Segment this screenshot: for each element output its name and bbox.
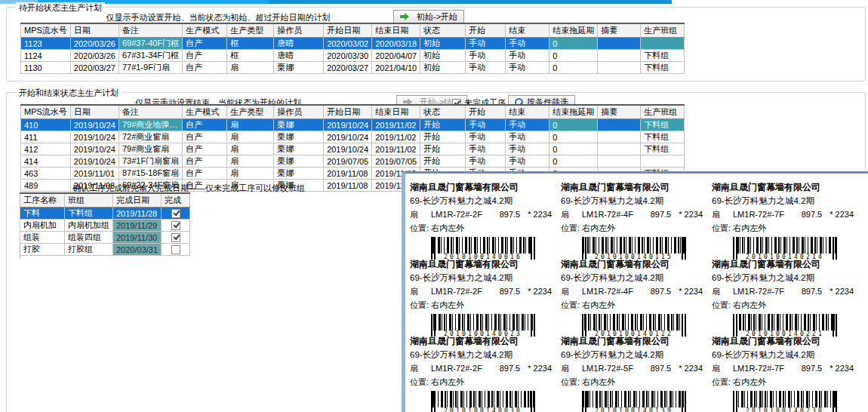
column-header[interactable]: 摘要 xyxy=(598,105,641,119)
column-header[interactable]: 操作员 xyxy=(274,105,324,119)
table-cell[interactable]: 0 xyxy=(549,131,598,143)
table-cell[interactable]: 开始 xyxy=(420,119,466,131)
table-cell[interactable]: 手动 xyxy=(466,119,506,131)
done-checkbox[interactable] xyxy=(171,209,180,218)
table-cell[interactable]: 栗娜 xyxy=(274,62,324,74)
table-cell[interactable]: 2019/10/24 xyxy=(324,131,372,143)
table-cell[interactable] xyxy=(598,38,641,50)
table-cell[interactable]: 67#31-34F门框 xyxy=(119,50,182,62)
table-cell[interactable]: 2020/03/26 xyxy=(70,38,119,50)
column-header[interactable]: 开始日期 xyxy=(324,23,372,38)
process-date-cell[interactable]: 2020/03/31 xyxy=(113,244,162,256)
process-group-cell[interactable]: 组装四组 xyxy=(65,232,113,244)
table-cell[interactable]: 2019/10/24 xyxy=(70,155,119,168)
table-cell[interactable]: 手动 xyxy=(466,50,506,62)
table-cell[interactable]: 72#商业窗扇 xyxy=(119,131,182,143)
table-cell[interactable]: 手动 xyxy=(466,38,506,50)
table-cell[interactable] xyxy=(641,155,685,168)
column-header[interactable]: 工序名称 xyxy=(20,193,65,208)
process-done-cell[interactable] xyxy=(162,232,190,244)
table-row[interactable]: 内扇机加内扇机加组2019/11/29 xyxy=(20,220,190,232)
process-done-cell[interactable] xyxy=(162,208,190,220)
table-cell[interactable]: 手动 xyxy=(506,155,549,168)
table-cell[interactable]: 下料组 xyxy=(641,62,685,74)
table-cell[interactable]: 手动 xyxy=(506,131,549,143)
column-header[interactable]: MPS流水号 xyxy=(21,23,71,38)
table-cell[interactable]: 2019/11/02 xyxy=(372,119,420,131)
table-cell[interactable]: 下料组 xyxy=(641,50,685,62)
table-cell[interactable]: 2020/03/27 xyxy=(70,62,119,74)
table-cell[interactable]: 栗娜 xyxy=(274,131,324,143)
table-cell[interactable]: 栗娜 xyxy=(274,155,324,168)
table-cell[interactable]: 扇 xyxy=(227,131,274,143)
table-cell[interactable]: 自产 xyxy=(183,50,227,62)
table-cell[interactable]: 0 xyxy=(549,155,598,168)
table-cell[interactable]: 2019/10/24 xyxy=(70,143,119,155)
process-name-cell[interactable]: 打胶 xyxy=(20,244,65,256)
column-header[interactable]: 结束日期 xyxy=(372,105,420,119)
process-done-cell[interactable] xyxy=(162,220,190,232)
table-cell[interactable]: 扇 xyxy=(227,155,274,168)
process-name-cell[interactable]: 组装 xyxy=(20,232,65,244)
process-name-cell[interactable]: 内扇机加 xyxy=(20,220,65,232)
table-cell[interactable]: 79#商业窗扇 xyxy=(119,143,182,155)
table-cell[interactable]: 唐晴 xyxy=(274,38,324,50)
table-cell[interactable]: 0 xyxy=(549,62,598,74)
table-cell[interactable]: 框 xyxy=(227,38,274,50)
done-checkbox[interactable] xyxy=(171,245,180,254)
table-cell[interactable]: 0 xyxy=(549,143,598,155)
table-cell[interactable]: 开始 xyxy=(420,143,466,155)
table-cell[interactable]: 2020/03/18 xyxy=(372,38,420,50)
table-cell[interactable]: 2019/10/24 xyxy=(324,143,372,155)
table-cell[interactable]: 栗娜 xyxy=(274,119,324,131)
init-to-start-button[interactable]: 初始->开始 xyxy=(393,10,464,23)
table-cell[interactable]: 77#1-9F门扇 xyxy=(119,62,182,74)
column-header[interactable]: 生产类型 xyxy=(227,105,274,119)
process-done-cell[interactable] xyxy=(162,244,190,256)
table-cell[interactable]: 0 xyxy=(549,119,598,131)
table-cell[interactable]: 自产 xyxy=(183,131,227,143)
table-cell[interactable]: 栗娜 xyxy=(274,168,324,180)
table-cell[interactable]: 2019/07/05 xyxy=(372,155,420,168)
column-header[interactable]: 生产班组 xyxy=(641,105,685,119)
table-row[interactable]: 4122019/10/2479#商业窗扇自产扇栗娜2019/10/242019/… xyxy=(21,143,685,155)
table-row[interactable]: 11232020/03/2669#37-40F门框自产框唐晴2020/03/02… xyxy=(21,38,685,50)
table-cell[interactable]: 2019/11/01 xyxy=(70,168,119,180)
table-cell[interactable]: 手动 xyxy=(506,62,549,74)
table-cell[interactable]: 412 xyxy=(21,143,71,155)
table-cell[interactable]: 87#15-18F窗扇 xyxy=(119,168,182,180)
table-row[interactable]: 下料下料组2019/11/28 xyxy=(20,208,190,220)
table-cell[interactable]: 2019/11/02 xyxy=(372,131,420,143)
done-checkbox[interactable] xyxy=(171,233,180,242)
table-cell[interactable]: 1124 xyxy=(21,50,71,62)
column-header[interactable]: 状态 xyxy=(420,105,466,119)
table-cell[interactable]: 扇 xyxy=(227,168,274,180)
column-header[interactable]: 开始 xyxy=(466,23,506,38)
table-cell[interactable]: 2020/03/27 xyxy=(324,62,372,74)
table-cell[interactable]: 初始 xyxy=(420,62,466,74)
table-cell[interactable]: 扇 xyxy=(227,143,274,155)
table-cell[interactable]: 下料组 xyxy=(641,119,685,131)
table-cell[interactable]: 框 xyxy=(227,50,274,62)
column-header[interactable]: 开始日期 xyxy=(324,105,372,119)
table-cell[interactable]: 开始 xyxy=(420,131,466,143)
column-header[interactable]: MPS流水号 xyxy=(21,105,71,119)
table-cell[interactable]: 手动 xyxy=(466,131,506,143)
table-cell[interactable]: 扇 xyxy=(227,119,274,131)
table-cell[interactable] xyxy=(598,131,641,143)
table-cell[interactable]: 79#商业地弹… xyxy=(119,119,182,131)
table-row[interactable]: 打胶打胶组2020/03/31 xyxy=(20,244,190,256)
process-group-cell[interactable]: 内扇机加组 xyxy=(65,220,113,232)
column-header[interactable]: 备注 xyxy=(119,105,182,119)
table-row[interactable]: 组装组装四组2019/11/30 xyxy=(20,232,190,244)
column-header[interactable]: 日期 xyxy=(70,23,119,38)
process-date-cell[interactable]: 2019/11/29 xyxy=(113,220,162,232)
table-cell[interactable]: 2019/11/08 xyxy=(324,168,372,180)
table-cell[interactable]: 1130 xyxy=(21,62,71,74)
column-header[interactable]: 生产班组 xyxy=(641,23,685,38)
table-cell[interactable]: 自产 xyxy=(183,62,227,74)
table-row[interactable]: 4112019/10/2472#商业窗扇自产扇栗娜2019/10/242019/… xyxy=(21,131,685,143)
done-checkbox[interactable] xyxy=(171,221,180,230)
column-header[interactable]: 生产模式 xyxy=(183,23,227,38)
table-cell[interactable]: 69#37-40F门框 xyxy=(119,38,182,50)
